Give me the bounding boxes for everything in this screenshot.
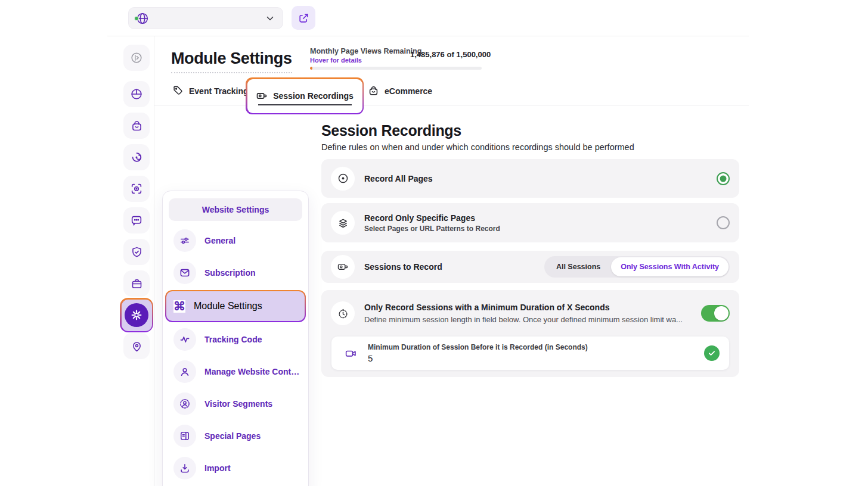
focus-frame-icon xyxy=(130,182,143,195)
min-duration-field[interactable]: Minimum Duration of Session Before it is… xyxy=(331,337,729,370)
timer-icon xyxy=(331,301,355,325)
sidebar-item-label: Import xyxy=(204,463,231,473)
sidebar-item-tracking-code[interactable]: Tracking Code xyxy=(163,323,308,356)
briefcase-icon xyxy=(131,278,143,290)
rail-item-ecommerce[interactable] xyxy=(123,113,150,139)
min-duration-section: Only Record Sessions with a Minimum Dura… xyxy=(321,290,739,377)
envelope-icon xyxy=(173,261,196,284)
settings-sidebar: Website Settings General Subscription ⌘ xyxy=(162,191,309,486)
record-all-pages-row[interactable]: Record All Pages xyxy=(321,159,739,198)
camcorder-icon xyxy=(331,255,355,279)
row-subtitle: Define minimum session length in field b… xyxy=(364,315,683,324)
spiral-icon xyxy=(130,151,143,164)
rail-item-focus[interactable] xyxy=(123,176,150,202)
app-window: Module Settings Monthly Page Views Remai… xyxy=(0,0,868,486)
tab-ecommerce[interactable]: eCommerce xyxy=(368,85,432,96)
book-icon xyxy=(173,425,196,447)
rail-item-recordings[interactable] xyxy=(123,144,150,170)
rail-item-settings[interactable] xyxy=(120,298,153,332)
status-dot-icon xyxy=(134,16,139,21)
open-in-new-button[interactable] xyxy=(292,6,315,30)
quota-label: Monthly Page Views Remaining xyxy=(310,47,421,55)
chat-bubble-icon xyxy=(130,214,143,227)
sidebar-item-label: Module Settings xyxy=(194,301,262,311)
check-icon xyxy=(704,345,720,361)
record-specific-pages-row[interactable]: Record Only Specific Pages Select Pages … xyxy=(321,203,739,242)
row-title: Only Record Sessions with a Minimum Dura… xyxy=(364,303,683,312)
sidebar-item-label: Special Pages xyxy=(204,431,261,441)
sidebar-item-manage-contributors[interactable]: Manage Website Contribut... xyxy=(163,356,308,388)
page-title: Module Settings xyxy=(171,49,292,73)
quota-value: 1,485,876 of 1,500,000 xyxy=(410,50,491,59)
sliders-icon xyxy=(173,229,196,252)
collapse-arrow-icon xyxy=(130,51,143,64)
sidebar-item-label: Tracking Code xyxy=(204,335,262,344)
quota-progress-fill xyxy=(310,67,312,70)
quota-hover-link[interactable]: Hover for details xyxy=(310,57,362,64)
record-specific-pages-radio[interactable] xyxy=(717,216,730,229)
tab-label: eCommerce xyxy=(385,86,432,96)
shopping-bag-icon xyxy=(368,85,379,96)
section-title: Session Recordings xyxy=(321,122,461,139)
tabs-divider xyxy=(154,105,749,105)
sidebar-item-import[interactable]: Import xyxy=(163,452,308,484)
gear-icon xyxy=(130,309,143,322)
tab-event-tracking[interactable]: Event Tracking xyxy=(172,85,249,96)
rail-item-privacy[interactable] xyxy=(123,239,150,265)
rail-item-locations[interactable] xyxy=(123,333,150,359)
user-circle-icon xyxy=(173,392,196,415)
rail-item-dashboard[interactable] xyxy=(123,81,150,107)
shield-check-icon xyxy=(131,246,143,258)
pie-chart-icon xyxy=(130,88,143,101)
external-link-icon xyxy=(298,13,309,24)
video-camera-icon xyxy=(345,347,357,360)
rail-divider xyxy=(154,36,154,486)
tab-session-recordings[interactable]: Session Recordings xyxy=(247,79,362,113)
sidebar-item-label: Visitor Segments xyxy=(204,399,272,409)
field-label: Minimum Duration of Session Before it is… xyxy=(368,343,588,351)
quota-progress-bar xyxy=(310,67,482,70)
layers-icon xyxy=(331,211,355,235)
tab-label: Event Tracking xyxy=(189,86,249,96)
row-subtitle: Select Pages or URL Patterns to Record xyxy=(364,225,500,233)
topbar-divider xyxy=(107,36,749,36)
tag-icon xyxy=(172,85,184,96)
camcorder-icon xyxy=(256,90,268,102)
sessions-to-record-row: Sessions to Record All Sessions Only Ses… xyxy=(321,251,739,283)
globe-icon xyxy=(136,12,149,25)
row-title: Record All Pages xyxy=(364,174,433,183)
sidebar-item-special-pages[interactable]: Special Pages xyxy=(163,420,308,452)
sidebar-item-visitor-segments[interactable]: Visitor Segments xyxy=(163,388,308,420)
active-tab-underline xyxy=(258,104,352,105)
chevron-down-icon xyxy=(265,13,275,24)
rail-item-business[interactable] xyxy=(123,270,150,297)
tab-label: Session Recordings xyxy=(273,91,354,101)
sidebar-item-label: Subscription xyxy=(204,268,256,278)
location-pin-icon xyxy=(131,340,143,353)
min-duration-toggle[interactable] xyxy=(701,305,730,322)
field-value[interactable]: 5 xyxy=(368,353,588,363)
website-selector-dropdown[interactable] xyxy=(128,7,283,29)
sidebar-item-label: General xyxy=(204,236,235,245)
sidebar-item-subscription[interactable]: Subscription xyxy=(163,257,308,289)
segment-only-sessions-with-activity[interactable]: Only Sessions With Activity xyxy=(611,257,728,276)
sessions-segmented-control: All Sessions Only Sessions With Activity xyxy=(544,256,730,278)
segment-all-sessions[interactable]: All Sessions xyxy=(545,263,611,271)
settings-sidebar-title: Website Settings xyxy=(169,198,302,221)
sidebar-item-general[interactable]: General xyxy=(163,225,308,257)
user-icon xyxy=(173,360,196,383)
sidebar-collapse-button[interactable] xyxy=(123,45,150,71)
record-all-pages-radio[interactable] xyxy=(717,172,730,185)
section-subtitle: Define rules on when and under which con… xyxy=(321,142,634,152)
sidebar-item-label: Manage Website Contribut... xyxy=(204,367,302,376)
pulse-icon xyxy=(173,328,196,351)
tab-session-recordings-highlight: Session Recordings xyxy=(246,77,364,114)
row-title: Sessions to Record xyxy=(364,262,442,272)
shopping-bag-icon xyxy=(131,120,143,132)
command-icon: ⌘ xyxy=(173,300,185,313)
sidebar-item-module-settings[interactable]: ⌘ Module Settings xyxy=(165,290,306,322)
rail-item-feedback[interactable] xyxy=(123,207,150,233)
import-icon xyxy=(173,457,196,479)
record-target-icon xyxy=(331,167,355,191)
row-title: Record Only Specific Pages xyxy=(364,213,500,223)
